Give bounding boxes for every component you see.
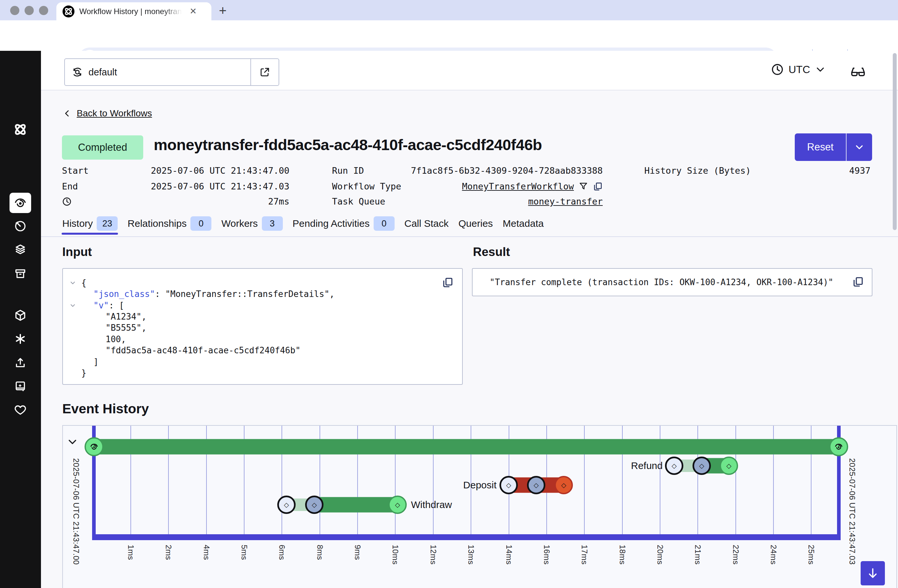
tab-pending-activities[interactable]: Pending Activities 0	[293, 216, 395, 233]
withdraw-active-bar[interactable]	[314, 497, 398, 513]
workflow-span-bar[interactable]	[94, 439, 839, 455]
workflow-end-node[interactable]	[829, 437, 848, 456]
tab-workers[interactable]: Workers 3	[221, 216, 283, 233]
labs-glasses-icon[interactable]	[850, 64, 866, 80]
sidebar-item-workflows[interactable]	[9, 193, 31, 213]
json-key: "v"	[94, 300, 109, 310]
task-queue-link[interactable]: money-transfer	[528, 196, 603, 206]
deposit-started-node[interactable]: ◇	[527, 476, 545, 494]
status-badge: Completed	[62, 135, 143, 160]
sidebar-item-deployments[interactable]	[10, 239, 31, 260]
axis-tick-label: 24ms	[769, 545, 778, 565]
timezone-label: UTC	[789, 63, 810, 76]
sidebar-item-schedules[interactable]	[10, 215, 31, 237]
withdraw-started-node[interactable]: ◇	[305, 496, 323, 514]
meta-start-label: Start	[62, 166, 89, 175]
json-open-brace: {	[81, 278, 86, 288]
timeline-start-date: 2025-07-06 UTC 21:43:47.00	[71, 458, 81, 565]
workflow-spiral-icon	[834, 442, 844, 452]
diamond-event-icon: ◇	[312, 501, 317, 509]
reset-menu-button[interactable]	[847, 133, 872, 161]
copy-icon[interactable]	[593, 182, 603, 191]
workflow-start-node[interactable]	[85, 437, 103, 456]
meta-runid-row: Run ID 7f1ac8f5-6b32-4309-9204-728aab833…	[332, 166, 603, 175]
axis-tick-label: 14ms	[504, 545, 514, 565]
workflow-type-link[interactable]: MoneyTransferWorkflow	[462, 181, 574, 191]
meta-duration-row: 27ms	[62, 196, 289, 206]
withdraw-scheduled-node[interactable]: ◇	[277, 496, 295, 514]
back-to-workflows[interactable]: Back to Workflows	[63, 108, 152, 119]
diamond-event-icon: ◇	[506, 481, 511, 489]
json-collapse-icon[interactable]	[69, 302, 76, 309]
tab-call-stack[interactable]: Call Stack	[404, 218, 449, 231]
scroll-to-end-button[interactable]	[861, 561, 885, 585]
copy-icon[interactable]	[852, 276, 864, 288]
temporal-favicon	[62, 5, 75, 18]
new-tab-icon[interactable]: +	[219, 3, 226, 18]
input-heading: Input	[62, 245, 92, 259]
meta-duration-value: 27ms	[268, 196, 289, 206]
axis-tick-label: 5ms	[240, 545, 249, 560]
withdraw-completed-node[interactable]: ◇	[388, 496, 407, 514]
duration-clock-icon	[62, 197, 72, 206]
window-zoom-dot[interactable]	[39, 6, 48, 15]
json-collapse-icon[interactable]	[69, 280, 76, 286]
refund-scheduled-node[interactable]: ◇	[665, 457, 683, 475]
diamond-event-icon: ◇	[699, 462, 704, 469]
tab-close-icon[interactable]: ✕	[190, 6, 197, 16]
axis-tick-label: 1ms	[126, 545, 135, 560]
page-scrollbar-thumb[interactable]	[893, 53, 897, 230]
meta-end-row: End 2025-07-06 UTC 21:43:47.03	[62, 181, 289, 191]
meta-type-row: Workflow Type MoneyTransferWorkflow	[332, 181, 603, 191]
timeline-end-date: 2025-07-06 UTC 21:43:47.03	[847, 458, 857, 565]
sidebar-item-import[interactable]	[10, 352, 31, 373]
refund-completed-node[interactable]: ◇	[720, 457, 738, 475]
tab-history[interactable]: History 23	[62, 216, 118, 233]
workflow-spiral-icon	[89, 442, 99, 452]
theme-toggle-sun-icon[interactable]	[10, 584, 31, 588]
reset-split-button: Reset	[795, 133, 872, 161]
deposit-failed-node[interactable]: ◇	[555, 476, 573, 494]
event-history-heading: Event History	[62, 401, 149, 417]
deposit-scheduled-node[interactable]: ◇	[500, 476, 518, 494]
sidebar-item-labs[interactable]	[10, 328, 31, 349]
tab-count-badge: 0	[374, 216, 395, 231]
copy-icon[interactable]	[442, 277, 454, 288]
browser-tab[interactable]: Workflow History | moneytran ✕	[56, 2, 211, 20]
screen: Workflow History | moneytran ✕ + localho…	[0, 0, 898, 588]
axis-tick-label: 12ms	[429, 545, 438, 565]
workflow-id-title: moneytransfer-fdd5ac5a-ac48-410f-acae-c5…	[154, 136, 542, 154]
refund-started-node[interactable]: ◇	[692, 457, 711, 475]
activity-label-deposit: Deposit	[460, 480, 497, 491]
tab-queries[interactable]: Queries	[458, 218, 493, 231]
window-minimize-dot[interactable]	[25, 6, 34, 15]
axis-tick-label: 4ms	[202, 545, 211, 560]
browser-tabstrip: Workflow History | moneytran ✕ +	[0, 0, 898, 20]
temporal-logo[interactable]	[10, 119, 31, 140]
json-value: "MoneyTransfer::TransferDetails",	[165, 289, 335, 299]
sidebar-item-docs[interactable]	[10, 376, 31, 397]
filter-funnel-icon[interactable]	[578, 182, 588, 191]
window-close-dot[interactable]	[10, 6, 19, 15]
namespace-open-button[interactable]	[251, 59, 278, 85]
arrow-down-icon	[866, 567, 879, 580]
tab-label: Workers	[221, 218, 258, 229]
meta-start-row: Start 2025-07-06 UTC 21:43:47.00	[62, 166, 289, 175]
sidebar-item-feedback[interactable]	[10, 400, 31, 420]
collapse-chevron-icon[interactable]	[66, 436, 78, 448]
workflow-tabs: History 23 Relationships 0 Workers 3 Pen…	[62, 216, 544, 233]
timezone-selector[interactable]: UTC	[771, 63, 826, 76]
sidebar-item-archive[interactable]	[10, 263, 31, 284]
json-key: "json_class"	[94, 289, 155, 299]
tab-relationships[interactable]: Relationships 0	[128, 216, 211, 233]
namespace-selector[interactable]: default	[64, 58, 279, 86]
json-line: 100,	[106, 334, 126, 345]
json-line: "fdd5ac5a-ac48-410f-acae-c5cdf240f46b"	[106, 345, 301, 356]
tab-metadata[interactable]: Metadata	[503, 218, 544, 231]
history-size-label: History Size (Bytes)	[644, 166, 751, 175]
meta-start-value: 2025-07-06 UTC 21:43:47.00	[151, 166, 289, 175]
sidebar-item-nexus[interactable]	[10, 305, 31, 326]
json-line: "A1234",	[106, 311, 146, 322]
tab-title: Workflow History | moneytran	[79, 7, 182, 16]
reset-button[interactable]: Reset	[795, 133, 847, 161]
